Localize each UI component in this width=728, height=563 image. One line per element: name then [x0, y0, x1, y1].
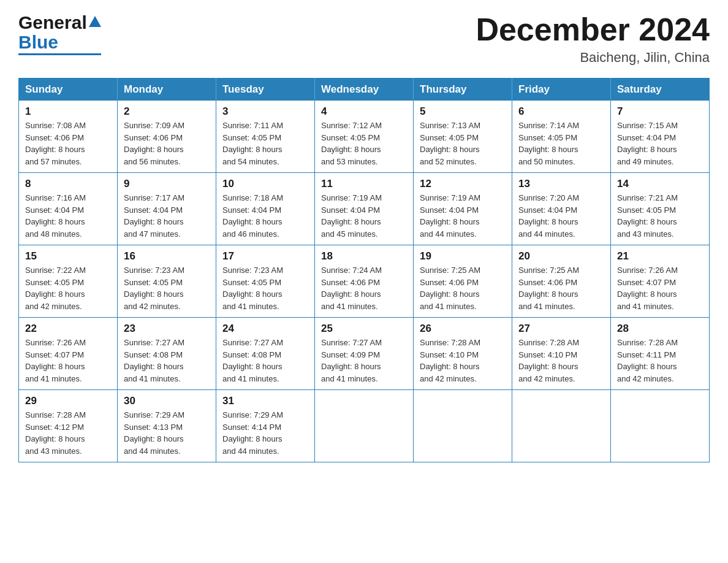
- calendar-cell: 15 Sunrise: 7:22 AMSunset: 4:05 PMDaylig…: [19, 245, 118, 318]
- day-number: 21: [617, 250, 703, 262]
- calendar-cell: 10 Sunrise: 7:18 AMSunset: 4:04 PMDaylig…: [216, 173, 315, 245]
- day-number: 1: [25, 105, 111, 118]
- day-info: Sunrise: 7:25 AMSunset: 4:06 PMDaylight:…: [518, 266, 579, 311]
- calendar-cell: 26 Sunrise: 7:28 AMSunset: 4:10 PMDaylig…: [414, 318, 512, 390]
- calendar-cell: 23 Sunrise: 7:27 AMSunset: 4:08 PMDaylig…: [118, 318, 216, 390]
- day-number: 20: [518, 250, 604, 262]
- calendar-week-row: 8 Sunrise: 7:16 AMSunset: 4:04 PMDayligh…: [19, 173, 710, 245]
- day-info: Sunrise: 7:20 AMSunset: 4:04 PMDaylight:…: [518, 193, 579, 239]
- day-info: Sunrise: 7:28 AMSunset: 4:12 PMDaylight:…: [25, 410, 86, 456]
- day-info: Sunrise: 7:26 AMSunset: 4:07 PMDaylight:…: [617, 266, 678, 311]
- location-subtitle: Baicheng, Jilin, China: [476, 50, 710, 66]
- day-info: Sunrise: 7:16 AMSunset: 4:04 PMDaylight:…: [25, 193, 86, 239]
- day-number: 28: [617, 323, 703, 335]
- day-info: Sunrise: 7:12 AMSunset: 4:05 PMDaylight:…: [321, 121, 382, 166]
- calendar-cell: 28 Sunrise: 7:28 AMSunset: 4:11 PMDaylig…: [611, 318, 710, 390]
- calendar-cell: 13 Sunrise: 7:20 AMSunset: 4:04 PMDaylig…: [512, 173, 611, 245]
- title-section: December 2024 Baicheng, Jilin, China: [476, 12, 710, 66]
- day-number: 6: [518, 105, 604, 118]
- day-info: Sunrise: 7:29 AMSunset: 4:14 PMDaylight:…: [222, 410, 283, 456]
- day-number: 31: [222, 395, 308, 407]
- calendar-cell: 5 Sunrise: 7:13 AMSunset: 4:05 PMDayligh…: [414, 101, 512, 173]
- weekday-header-sunday: Sunday: [19, 79, 118, 101]
- weekday-header-monday: Monday: [118, 79, 216, 101]
- day-info: Sunrise: 7:19 AMSunset: 4:04 PMDaylight:…: [420, 193, 480, 239]
- day-number: 18: [321, 250, 407, 262]
- day-info: Sunrise: 7:25 AMSunset: 4:06 PMDaylight:…: [420, 266, 480, 311]
- day-info: Sunrise: 7:23 AMSunset: 4:05 PMDaylight:…: [124, 266, 184, 311]
- calendar-week-row: 1 Sunrise: 7:08 AMSunset: 4:06 PMDayligh…: [19, 101, 710, 173]
- calendar-cell: 19 Sunrise: 7:25 AMSunset: 4:06 PMDaylig…: [414, 245, 512, 318]
- calendar-cell: 30 Sunrise: 7:29 AMSunset: 4:13 PMDaylig…: [118, 390, 216, 462]
- day-number: 25: [321, 323, 407, 335]
- calendar-cell: 6 Sunrise: 7:14 AMSunset: 4:05 PMDayligh…: [512, 101, 611, 173]
- calendar-cell: 29 Sunrise: 7:28 AMSunset: 4:12 PMDaylig…: [19, 390, 118, 462]
- day-number: 26: [420, 323, 506, 335]
- day-number: 3: [222, 105, 308, 118]
- calendar-table: SundayMondayTuesdayWednesdayThursdayFrid…: [18, 78, 710, 462]
- day-info: Sunrise: 7:13 AMSunset: 4:05 PMDaylight:…: [420, 121, 480, 166]
- calendar-cell: 8 Sunrise: 7:16 AMSunset: 4:04 PMDayligh…: [19, 173, 118, 245]
- day-info: Sunrise: 7:18 AMSunset: 4:04 PMDaylight:…: [222, 193, 283, 239]
- day-number: 2: [124, 105, 210, 118]
- day-number: 15: [25, 250, 111, 262]
- day-info: Sunrise: 7:11 AMSunset: 4:05 PMDaylight:…: [222, 121, 283, 166]
- day-info: Sunrise: 7:14 AMSunset: 4:05 PMDaylight:…: [518, 121, 579, 166]
- day-info: Sunrise: 7:08 AMSunset: 4:06 PMDaylight:…: [25, 121, 86, 166]
- day-info: Sunrise: 7:26 AMSunset: 4:07 PMDaylight:…: [25, 338, 86, 383]
- calendar-cell: 16 Sunrise: 7:23 AMSunset: 4:05 PMDaylig…: [118, 245, 216, 318]
- calendar-cell: 17 Sunrise: 7:23 AMSunset: 4:05 PMDaylig…: [216, 245, 315, 318]
- day-info: Sunrise: 7:27 AMSunset: 4:08 PMDaylight:…: [124, 338, 184, 383]
- calendar-cell: 22 Sunrise: 7:26 AMSunset: 4:07 PMDaylig…: [19, 318, 118, 390]
- day-number: 13: [518, 178, 604, 190]
- calendar-week-row: 15 Sunrise: 7:22 AMSunset: 4:05 PMDaylig…: [19, 245, 710, 318]
- day-number: 17: [222, 250, 308, 262]
- day-number: 9: [124, 178, 210, 190]
- day-info: Sunrise: 7:29 AMSunset: 4:13 PMDaylight:…: [124, 410, 184, 456]
- day-number: 10: [222, 178, 308, 190]
- calendar-cell: 4 Sunrise: 7:12 AMSunset: 4:05 PMDayligh…: [315, 101, 414, 173]
- day-info: Sunrise: 7:21 AMSunset: 4:05 PMDaylight:…: [617, 193, 678, 239]
- calendar-cell: 1 Sunrise: 7:08 AMSunset: 4:06 PMDayligh…: [19, 101, 118, 173]
- day-info: Sunrise: 7:22 AMSunset: 4:05 PMDaylight:…: [25, 266, 86, 311]
- calendar-week-row: 29 Sunrise: 7:28 AMSunset: 4:12 PMDaylig…: [19, 390, 710, 462]
- day-number: 5: [420, 105, 506, 118]
- day-number: 19: [420, 250, 506, 262]
- calendar-cell: 21 Sunrise: 7:26 AMSunset: 4:07 PMDaylig…: [611, 245, 710, 318]
- calendar-cell: 25 Sunrise: 7:27 AMSunset: 4:09 PMDaylig…: [315, 318, 414, 390]
- weekday-header-friday: Friday: [512, 79, 611, 101]
- calendar-cell: 3 Sunrise: 7:11 AMSunset: 4:05 PMDayligh…: [216, 101, 315, 173]
- logo-underline: [18, 53, 101, 55]
- day-number: 27: [518, 323, 604, 335]
- page-header: General Blue December 2024 Baicheng, Jil…: [18, 12, 710, 66]
- calendar-week-row: 22 Sunrise: 7:26 AMSunset: 4:07 PMDaylig…: [19, 318, 710, 390]
- calendar-cell: [414, 390, 512, 462]
- calendar-cell: 20 Sunrise: 7:25 AMSunset: 4:06 PMDaylig…: [512, 245, 611, 318]
- day-info: Sunrise: 7:27 AMSunset: 4:09 PMDaylight:…: [321, 338, 382, 383]
- day-info: Sunrise: 7:28 AMSunset: 4:11 PMDaylight:…: [617, 338, 678, 383]
- calendar-cell: 2 Sunrise: 7:09 AMSunset: 4:06 PMDayligh…: [118, 101, 216, 173]
- day-number: 11: [321, 178, 407, 190]
- calendar-cell: 9 Sunrise: 7:17 AMSunset: 4:04 PMDayligh…: [118, 173, 216, 245]
- day-info: Sunrise: 7:27 AMSunset: 4:08 PMDaylight:…: [222, 338, 283, 383]
- day-number: 4: [321, 105, 407, 118]
- calendar-cell: 14 Sunrise: 7:21 AMSunset: 4:05 PMDaylig…: [611, 173, 710, 245]
- day-number: 14: [617, 178, 703, 190]
- calendar-cell: 7 Sunrise: 7:15 AMSunset: 4:04 PMDayligh…: [611, 101, 710, 173]
- calendar-cell: 24 Sunrise: 7:27 AMSunset: 4:08 PMDaylig…: [216, 318, 315, 390]
- calendar-cell: [512, 390, 611, 462]
- calendar-cell: [315, 390, 414, 462]
- day-number: 8: [25, 178, 111, 190]
- calendar-cell: 27 Sunrise: 7:28 AMSunset: 4:10 PMDaylig…: [512, 318, 611, 390]
- calendar-cell: [611, 390, 710, 462]
- weekday-header-wednesday: Wednesday: [315, 79, 414, 101]
- day-number: 30: [124, 395, 210, 407]
- weekday-header-saturday: Saturday: [611, 79, 710, 101]
- calendar-cell: 12 Sunrise: 7:19 AMSunset: 4:04 PMDaylig…: [414, 173, 512, 245]
- weekday-header-tuesday: Tuesday: [216, 79, 315, 101]
- logo-triangle-icon: [89, 16, 101, 27]
- day-number: 29: [25, 395, 111, 407]
- day-number: 12: [420, 178, 506, 190]
- day-number: 24: [222, 323, 308, 335]
- day-number: 7: [617, 105, 703, 118]
